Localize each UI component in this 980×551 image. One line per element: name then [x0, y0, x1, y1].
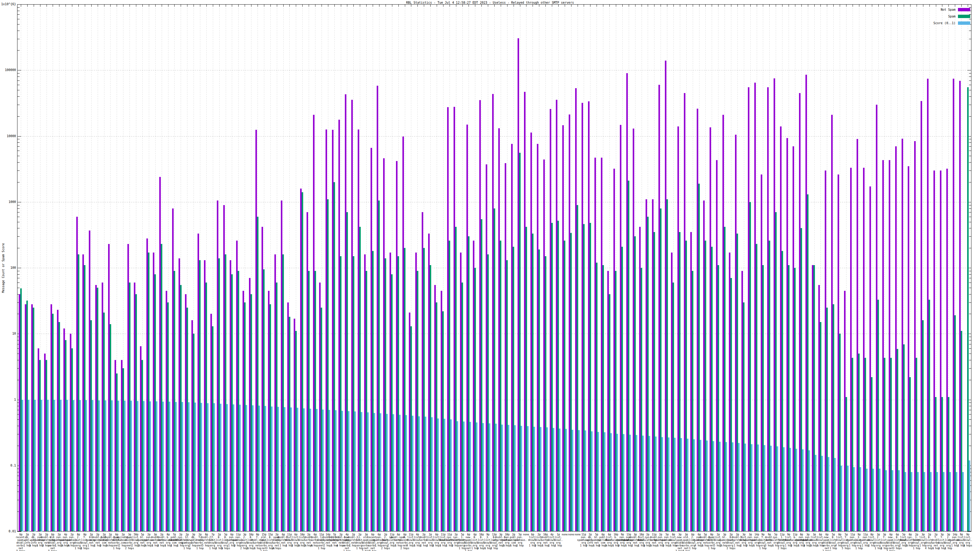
bar-score [431, 417, 433, 531]
bar-score [86, 400, 87, 531]
bar-score [60, 400, 62, 531]
y-minor-tick [18, 39, 20, 39]
bar-score [342, 411, 343, 531]
x-tick [603, 4, 603, 7]
x-tick [341, 4, 341, 7]
y-minor-tick [969, 73, 971, 73]
x-tick [277, 4, 277, 7]
y-minor-tick [18, 142, 20, 143]
x-tick-label: 9@ list. dnswl. org 3 hops [958, 533, 978, 547]
bar-score [802, 449, 803, 531]
bar-score [393, 414, 394, 531]
bar-score [969, 460, 970, 531]
bar-score [885, 470, 887, 531]
y-minor-tick [969, 81, 971, 81]
y-minor-tick [969, 76, 971, 77]
bar-score [354, 411, 356, 531]
bar-score [476, 422, 477, 531]
y-minor-tick [18, 139, 20, 139]
bar-score [629, 435, 631, 531]
x-tick [65, 4, 66, 7]
x-tick [366, 4, 367, 7]
bar-score [847, 465, 849, 531]
bar-score [28, 400, 29, 531]
x-tick [321, 4, 322, 7]
x-tick [833, 4, 834, 7]
bar-score [450, 419, 452, 531]
bar-score [290, 407, 292, 531]
bar-score [866, 468, 868, 531]
bar-score [105, 400, 106, 531]
y-minor-tick [969, 368, 971, 368]
x-tick [750, 4, 751, 7]
y-tick-label: 1 [1, 398, 16, 401]
x-tick [859, 4, 859, 7]
x-tick [149, 4, 149, 7]
x-tick [245, 4, 245, 7]
x-tick [424, 4, 424, 7]
bar-score [418, 416, 420, 531]
bar-score [687, 439, 689, 531]
bar-score [495, 424, 497, 531]
y-minor-tick [18, 170, 20, 171]
bar-score [681, 438, 682, 531]
y-minor-tick [969, 170, 971, 171]
x-tick [705, 4, 706, 7]
y-minor-tick [969, 228, 971, 229]
bar-score [572, 430, 573, 531]
x-tick [686, 4, 687, 7]
y-minor-tick [969, 248, 971, 248]
y-minor-tick [969, 414, 971, 414]
x-tick [411, 4, 411, 7]
x-tick [955, 4, 955, 7]
x-tick [853, 4, 853, 7]
x-tick [565, 4, 565, 7]
x-tick [757, 4, 757, 7]
bar-score [694, 439, 695, 531]
y-minor-tick [969, 7, 971, 8]
bar-score [361, 412, 362, 531]
x-tick [104, 4, 105, 7]
rbl-statistics-chart: RBL Statistics - Tue Jul 4 12:58:27 EDT … [0, 0, 980, 551]
x-tick [430, 4, 431, 7]
x-tick [226, 4, 226, 7]
x-tick [59, 4, 59, 7]
y-minor-tick [969, 314, 971, 314]
bar-score [924, 472, 925, 531]
x-tick [929, 4, 930, 7]
bar-score [706, 440, 708, 531]
x-tick [78, 4, 79, 7]
gridline-h [17, 531, 971, 532]
bar-score [764, 445, 765, 531]
y-tick-label: 1x10^{6} [1, 2, 16, 6]
y-minor-tick [18, 76, 20, 77]
chart-title: RBL Statistics - Tue Jul 4 12:58:27 EDT … [0, 1, 980, 4]
x-tick [155, 4, 156, 7]
bar-score [930, 472, 932, 531]
x-tick [840, 4, 840, 7]
bar-score [457, 421, 458, 531]
x-tick [72, 4, 72, 7]
x-tick [507, 4, 508, 7]
y-minor-tick [969, 139, 971, 139]
y-tick-label: 0.1 [1, 464, 16, 467]
y-minor-tick [969, 344, 971, 345]
y-minor-tick [18, 50, 20, 51]
y-minor-tick [969, 419, 971, 420]
y-tick-label: 1000 [1, 200, 16, 203]
y-minor-tick [18, 288, 20, 288]
bar-score [412, 416, 414, 531]
x-tick [21, 4, 21, 7]
bar-score [380, 413, 381, 531]
x-tick [936, 4, 936, 7]
bar-score [655, 437, 657, 531]
y-minor-tick [18, 85, 20, 85]
y-minor-tick [969, 19, 971, 19]
x-tick [353, 4, 354, 7]
x-tick [501, 4, 501, 7]
y-minor-tick [969, 426, 971, 426]
y-minor-tick [969, 142, 971, 143]
y-minor-tick [969, 146, 971, 147]
x-tick [52, 4, 53, 7]
x-tick [219, 4, 220, 7]
